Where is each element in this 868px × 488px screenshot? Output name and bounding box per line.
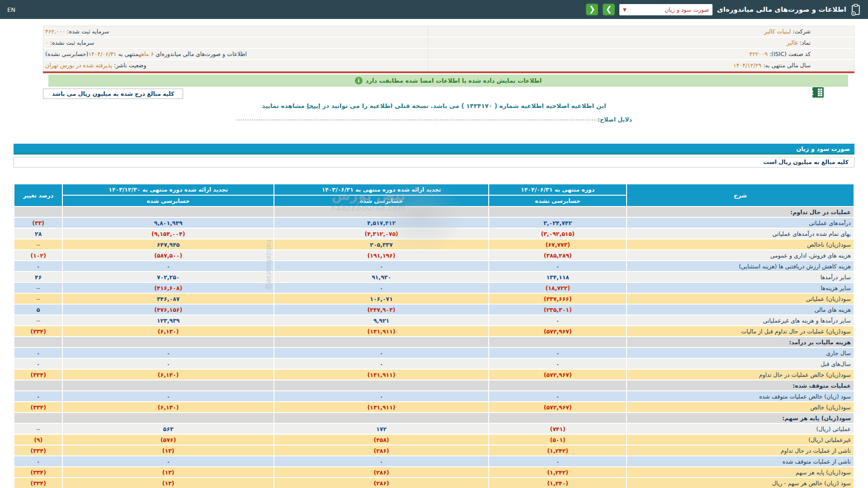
row-value bbox=[63, 207, 274, 217]
row-value: ۰ bbox=[14, 359, 62, 369]
header-audited-annual: حسابرسی شده bbox=[63, 196, 274, 206]
row-value: ۱۳۴,۱۱۸ bbox=[489, 272, 626, 282]
row-value: (۹,۱۵۴,۰۰۴) bbox=[63, 229, 274, 239]
row-value: ۰ bbox=[274, 359, 488, 369]
table-row: غیرعملیاتی (ریال)(۵۰۱)(۴۵۸)(۵۷۶)(۹) bbox=[14, 435, 854, 445]
header-unaudited: حسابرسی نشده bbox=[489, 196, 626, 206]
table-row: ناشی از عملیات در حال تداوم(۱,۲۴۲)(۲۸۶)(… bbox=[14, 446, 854, 455]
table-row: بهای تمام شده درآمدهای عملیاتی(۳,۰۹۲,۵۱۵… bbox=[14, 229, 854, 239]
table-header: شرح دوره منتهی به ۱۴۰۴/۰۶/۳۱ تجدید ارائه… bbox=[14, 184, 854, 206]
section-row: عملیات در حال تداوم: bbox=[14, 207, 854, 217]
row-value bbox=[274, 380, 488, 390]
signature-match-banner: اطلاعات نمایش داده شده با اطلاعات امضا ش… bbox=[48, 75, 848, 87]
row-value: ۵ bbox=[14, 305, 62, 314]
row-value: ۳۴۶,۰۸۷ bbox=[63, 294, 274, 304]
table-row: ناشی از عملیات متوقف شده۰۰۰۰ bbox=[14, 456, 854, 466]
row-label: عملیات متوقف شده: bbox=[627, 380, 854, 390]
info-label: نماد: bbox=[798, 39, 811, 46]
previous-version-link[interactable]: اینجا bbox=[307, 102, 321, 109]
row-value: (۳۳۴) bbox=[14, 402, 62, 412]
section-row: سود(زیان) پایه هر سهم: bbox=[14, 413, 854, 423]
row-value: (۱۳۱,۹۱۱) bbox=[274, 370, 488, 380]
row-value: (۴,۳۱۲,۰۷۵) bbox=[274, 229, 488, 239]
info-value: ۱۴۰۴/۰۶/۳۱ bbox=[88, 51, 116, 57]
registered-capital-cell: سرمایه ثبت شده: ۴۶۲,۰۰۰ bbox=[43, 26, 428, 37]
table-row: هزینه های فروش، اداری و عمومی(۳۸۵,۲۸۹)(۱… bbox=[14, 250, 854, 260]
amounts-unit-note-box: کلیه مبالغ درج شده به میلیون ریال می باش… bbox=[43, 89, 183, 99]
row-value: ۰ bbox=[63, 391, 274, 401]
row-label: ناشی از عملیات در حال تداوم bbox=[627, 446, 854, 455]
row-label: بهای تمام شده درآمدهای عملیاتی bbox=[627, 229, 854, 239]
row-value: -- bbox=[14, 294, 62, 304]
row-value: (۳۳) bbox=[14, 218, 62, 228]
row-value: -- bbox=[14, 283, 62, 293]
row-value: (۳۳۴) bbox=[14, 446, 62, 455]
row-value: (۲۸۶) bbox=[274, 478, 488, 488]
info-label: (حسابرسی نشده) bbox=[45, 51, 88, 57]
info-label: شرکت: bbox=[791, 28, 811, 35]
row-label: سود(زیان) خالص bbox=[627, 402, 854, 412]
english-language-link[interactable]: EN bbox=[7, 6, 15, 13]
row-value: ۰ bbox=[63, 456, 274, 466]
row-label: عملیاتی (ریال) bbox=[627, 424, 854, 434]
row-label: سود (زیان) خالص عملیات متوقف شده bbox=[627, 391, 854, 401]
row-value: ۰ bbox=[14, 261, 62, 271]
statement-type-select[interactable]: صورت سود و زیان ▼ bbox=[619, 4, 712, 15]
header-description: شرح bbox=[627, 184, 854, 206]
header-audited-midyear: حسابرسی شده bbox=[274, 196, 488, 206]
table-row: سایر هزینه‌ها(۱۸,۷۲۲)۰(۴۱۶,۶۰۸)-- bbox=[14, 283, 854, 293]
row-value: ۰ bbox=[63, 348, 274, 358]
section-row: عملیات متوقف شده: bbox=[14, 380, 854, 390]
top-bar: اطلاعات و صورت‌های مالی میاندوره‌ای صورت… bbox=[0, 0, 868, 19]
table-row: سود(زیان) خالص(۵۷۲,۹۶۷)(۱۳۱,۹۱۱)(۶,۱۳۰)(… bbox=[14, 402, 854, 412]
row-value bbox=[489, 207, 626, 217]
row-value bbox=[14, 207, 62, 217]
row-value: (۶,۱۳۰) bbox=[63, 370, 274, 380]
table-row: درآمدهای عملیاتی۳,۰۲۴,۷۴۲۴,۵۱۷,۴۱۲۹,۸۰۱,… bbox=[14, 218, 854, 228]
row-value: ۰ bbox=[489, 359, 626, 369]
row-value: ۲۰۵,۳۳۷ bbox=[274, 239, 488, 249]
fiscal-year-end-cell: سال مالی منتهی به: ۱۴۰۴/۱۲/۲۹ bbox=[428, 60, 854, 71]
info-label: اطلاعات و صورت‌های مالی میاندوره‌ای bbox=[154, 51, 247, 57]
row-value bbox=[63, 337, 274, 347]
row-value: (۴۵۸) bbox=[274, 435, 488, 445]
row-value: ۹,۹۲۱ bbox=[274, 315, 488, 325]
company-info-table: شرکت: لبنیات کالبر سرمایه ثبت شده: ۴۶۲,۰… bbox=[43, 26, 854, 72]
unregistered-capital-cell: سرمایه ثبت نشده: ۰ bbox=[43, 38, 428, 48]
row-label: سود (زیان) خالص هر سهم - ریال bbox=[627, 478, 854, 488]
info-label: منتهی به bbox=[117, 51, 139, 57]
row-label: عملیات در حال تداوم: bbox=[627, 207, 854, 217]
row-value: (۹) bbox=[14, 435, 62, 445]
info-value: ۱۴۰۴/۱۲/۲۹ bbox=[733, 62, 761, 69]
row-value: (۳۳۷,۶۶۶) bbox=[489, 294, 626, 304]
row-value: (۴۷۶,۱۵۶) bbox=[63, 305, 274, 314]
info-label: سرمایه ثبت نشده: bbox=[48, 39, 94, 46]
row-value bbox=[489, 337, 626, 347]
red-divider bbox=[43, 71, 854, 73]
header-period-current: دوره منتهی به ۱۴۰۴/۰۶/۳۱ bbox=[489, 184, 626, 195]
row-label: سایر هزینه‌ها bbox=[627, 283, 854, 293]
row-label: ناشی از عملیات متوقف شده bbox=[627, 456, 854, 466]
page-title: اطلاعات و صورت‌های مالی میاندوره‌ای bbox=[717, 5, 846, 14]
previous-statement-button[interactable]: ❮ bbox=[586, 4, 598, 15]
row-value bbox=[14, 413, 62, 423]
info-value: ۶ ماهه bbox=[139, 51, 154, 57]
table-row: سود(زیان) عملیاتی(۳۳۷,۶۶۶)۱۰۶,۰۷۱۳۴۶,۰۸۷… bbox=[14, 294, 854, 304]
excel-export-button[interactable]: X bbox=[812, 87, 824, 98]
row-label: هزینه های مالی bbox=[627, 305, 854, 314]
row-value: (۳۸۵,۲۸۹) bbox=[489, 250, 626, 260]
row-value: (۲۸۶) bbox=[274, 467, 488, 477]
row-value: ۱۷۲ bbox=[274, 424, 488, 434]
row-value: (۴۱۶,۶۰۸) bbox=[63, 283, 274, 293]
row-value: (۲۳۵,۳۰۱) bbox=[489, 305, 626, 314]
row-value: ۰ bbox=[489, 315, 626, 325]
amendment-notice-text-before: این اطلاعیه اصلاحیه اطلاعیه شماره ( ۱۴۳۴… bbox=[321, 102, 606, 109]
row-value: ۹,۸۰۱,۹۴۹ bbox=[63, 218, 274, 228]
row-value: (۶,۱۳۰) bbox=[63, 402, 274, 412]
row-label: درآمدهای عملیاتی bbox=[627, 218, 854, 228]
info-row: شرکت: لبنیات کالبر سرمایه ثبت شده: ۴۶۲,۰… bbox=[43, 26, 854, 38]
row-value: (۳۳۴) bbox=[14, 326, 62, 336]
row-label: هزینه کاهش ارزش دریافتنی ها (هزینه استثن… bbox=[627, 261, 854, 271]
next-statement-button[interactable]: ❯ bbox=[603, 4, 615, 15]
info-value: غالبر bbox=[787, 39, 798, 46]
